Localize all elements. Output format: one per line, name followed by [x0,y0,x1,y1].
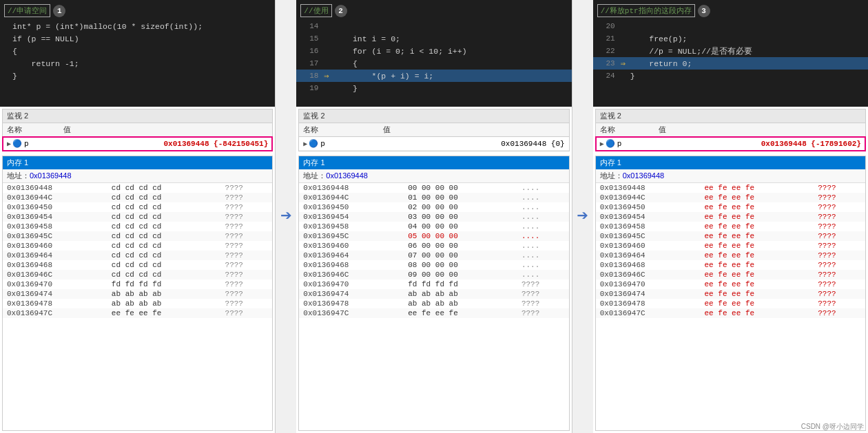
code-line-2-0: 14 [296,20,571,32]
code-line-3-1: 21 free(p); [593,32,868,45]
panel-2: //使用21415 int i = 0;16 for (i = 0; i < 1… [296,0,572,433]
code-lines-2: 1415 int i = 0;16 for (i = 0; i < 10; i+… [296,20,571,94]
code-text: free(p); [630,34,688,43]
memory-row: 0x01369450cd cd cd cd???? [3,202,272,212]
watch-value-cell: 0x01369448 {0} [379,137,569,151]
mem-ascii-cell: ???? [221,299,273,308]
memory-addr-val: 0x01369448 [326,171,368,180]
step-badge-3: 3 [698,5,710,17]
memory-row: 0x01369470fd fd fd fd???? [299,279,568,289]
code-text: int i = 0; [333,34,400,43]
mem-addr-cell: 0x01369450 [596,202,701,212]
line-num: 22 [596,47,615,55]
code-comment-2: //使用 [300,4,331,17]
mem-addr-cell: 0x01369474 [3,289,107,299]
memory-title-2: 内存 1 [299,156,568,169]
memory-row: 0x0136946006 00 00 00.... [299,241,568,251]
watch-value-cell: 0x01369448 {-17891602} [654,137,865,151]
line-num: 24 [596,72,615,80]
mem-addr-cell: 0x0136945C [596,231,701,241]
mem-addr-cell: 0x01369458 [299,222,404,231]
inter-panel-arrow-2: ➔ [572,0,593,433]
step-badge-1: 1 [53,5,65,17]
code-line-2-3: 17 { [296,57,571,70]
mem-ascii-cell: ???? [517,279,569,289]
memory-row: 0x01369478ee fe ee fe???? [596,299,865,308]
mem-bytes-cell: 04 00 00 00 [404,222,517,231]
code-text: return 0; [630,59,692,68]
mem-ascii-cell: ???? [221,279,273,289]
memory-row: 0x0136945403 00 00 00.... [299,212,568,222]
mem-bytes-cell: ee fe ee fe [701,251,814,260]
watch-row: ▶🔵p0x01369448 {-17891602} [596,137,865,151]
type-icon: 🔵 [309,140,318,148]
code-line-2-5: 19 } [296,82,571,94]
line-num: 20 [596,22,615,30]
mem-ascii-cell: .... [517,183,569,193]
memory-title-3: 内存 1 [596,156,865,169]
mem-ascii-cell: .... [517,222,569,231]
expand-icon: ▶ [7,140,11,148]
line-num: 23 [596,59,615,67]
code-line-1-3: return -1; [0,57,275,70]
blue-arrow-icon: ➔ [280,207,292,226]
memory-row: 0x01369448cd cd cd cd???? [3,183,272,193]
mem-addr-cell: 0x0136946C [299,270,404,279]
expand-icon: ▶ [303,140,307,148]
memory-row: 0x01369464ee fe ee fe???? [596,251,865,260]
mem-ascii-cell: ???? [814,270,865,279]
mem-addr-cell: 0x01369460 [3,241,107,251]
expand-icon: ▶ [600,140,604,148]
mem-bytes-cell: ab ab ab ab [107,289,221,299]
memory-row: 0x01369478ab ab ab ab???? [3,299,272,308]
watch-name-cell: ▶🔵p [299,137,378,151]
memory-row: 0x0136947Cee fe ee fe???? [3,308,272,318]
mem-addr-cell: 0x01369448 [596,183,701,193]
memory-addr-label: 地址： [303,171,326,180]
mem-addr-cell: 0x01369448 [299,183,404,193]
code-header-3: //释放ptr指向的这段内存3 [593,3,868,20]
mem-addr-cell: 0x0136946C [3,270,107,279]
mem-bytes-cell: ab ab ab ab [107,299,221,308]
mem-ascii-cell: ???? [814,241,865,251]
line-num: 19 [299,84,318,92]
memory-row: 0x01369454cd cd cd cd???? [3,212,272,222]
memory-addr-row-1: 地址：0x01369448 [3,169,272,183]
watch-title-3: 监视 2 [596,109,865,123]
code-section-2: //使用21415 int i = 0;16 for (i = 0; i < 1… [296,0,571,107]
panel-1: //申请空间1int* p = (int*)malloc(10 * sizeof… [0,0,276,433]
code-header-1: //申请空间1 [0,3,275,20]
mem-addr-cell: 0x01369458 [596,222,701,231]
code-line-2-4: 18⇒ *(p + i) = i; [296,70,571,82]
code-text: } [333,84,358,93]
watch-title-1: 监视 2 [3,109,272,123]
memory-row: 0x01369474ab ab ab ab???? [299,289,568,299]
mem-addr-cell: 0x01369474 [596,289,701,299]
watch-col-header: 值 [379,123,569,137]
mem-addr-cell: 0x01369478 [596,299,701,308]
line-num: 18 [299,72,318,80]
mem-bytes-cell: ee fe ee fe [701,289,814,299]
code-text: int* p = (int*)malloc(10 * sizeof(int)); [12,22,203,31]
inter-panel-arrow-1: ➔ [276,0,296,433]
watch-section-1: 监视 2名称值▶🔵p0x01369448 {-842150451} [2,109,273,151]
code-header-2: //使用2 [296,3,571,20]
mem-ascii-cell: ???? [221,202,273,212]
mem-addr-cell: 0x01369454 [596,212,701,222]
mem-addr-cell: 0x01369464 [299,251,404,260]
memory-row: 0x0136944800 00 00 00.... [299,183,568,193]
mem-bytes-cell: cd cd cd cd [107,222,221,231]
mem-bytes-cell: ee fe ee fe [701,193,814,202]
mem-ascii-cell: .... [517,241,569,251]
mem-bytes-cell: ee fe ee fe [701,260,814,270]
mem-bytes-cell: cd cd cd cd [107,183,221,193]
mem-bytes-cell: cd cd cd cd [107,193,221,202]
memory-row: 0x01369450ee fe ee fe???? [596,202,865,212]
code-line-1-1: if (p == NULL) [0,32,275,45]
memory-row: 0x01369468ee fe ee fe???? [596,260,865,270]
code-text: } [12,72,17,81]
mem-ascii-cell: .... [517,260,569,270]
memory-row: 0x01369468cd cd cd cd???? [3,260,272,270]
memory-row: 0x0136945Ccd cd cd cd???? [3,231,272,241]
watch-name-cell: ▶🔵p [596,137,654,151]
